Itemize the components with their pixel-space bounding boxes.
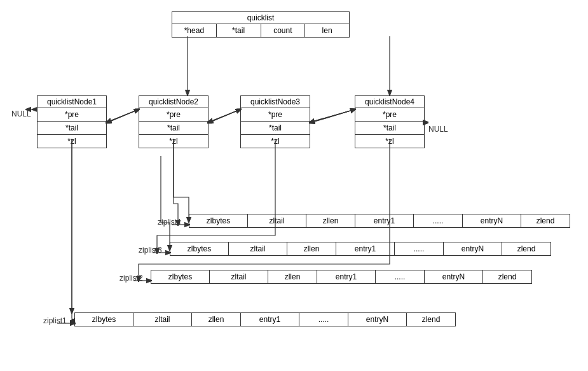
node2-pre: *pre xyxy=(139,108,208,121)
null-right: NULL xyxy=(428,125,448,134)
ziplist1-label: ziplist1 xyxy=(43,316,67,325)
node2-tail: *tail xyxy=(139,121,208,134)
zl3-dots: ..... xyxy=(395,242,444,255)
node3-box: quicklistNode3 *pre *tail *zl xyxy=(240,95,310,148)
zl2-entry1: entry1 xyxy=(317,270,376,283)
quicklist-box: quicklist *head *tail count len xyxy=(172,11,350,38)
ziplist4-box: zlbytes zltail zllen entry1 ..... entryN… xyxy=(189,214,570,228)
zl4-entry1: entry1 xyxy=(355,214,414,227)
zl2-zlend: zlend xyxy=(483,270,531,283)
zl4-zllen: zllen xyxy=(306,214,355,227)
svg-line-5 xyxy=(107,109,139,123)
zl3-entry1: entry1 xyxy=(336,242,395,255)
diagram: quicklist *head *tail count len quicklis… xyxy=(0,0,588,371)
quicklist-title: quicklist xyxy=(172,12,349,24)
svg-line-4 xyxy=(107,109,139,123)
node1-tail: *tail xyxy=(38,121,106,134)
svg-line-21 xyxy=(310,109,355,122)
quicklist-field-count: count xyxy=(261,24,306,37)
zl1-zllen: zllen xyxy=(192,313,241,326)
node1-pre: *pre xyxy=(38,108,106,121)
node3-label: quicklistNode3 xyxy=(241,96,310,108)
ziplist3-label: ziplist3 xyxy=(139,246,162,255)
zl3-entryN: entryN xyxy=(444,242,502,255)
zl3-zltail: zltail xyxy=(229,242,287,255)
quicklist-field-len: len xyxy=(305,24,349,37)
node1-zl: *zl xyxy=(38,134,106,148)
ziplist2-label: ziplist2 xyxy=(120,274,143,283)
zl2-zlbytes: zlbytes xyxy=(151,270,210,283)
zl1-entryN: entryN xyxy=(348,313,407,326)
node4-pre: *pre xyxy=(355,108,424,121)
node3-tail: *tail xyxy=(241,121,310,134)
quicklist-field-tail: *tail xyxy=(217,24,261,37)
svg-line-17 xyxy=(107,109,139,122)
ziplist2-box: zlbytes zltail zllen entry1 ..... entryN… xyxy=(151,270,532,284)
svg-line-8 xyxy=(310,109,355,123)
zl3-zlend: zlend xyxy=(502,242,550,255)
svg-line-7 xyxy=(209,109,240,123)
svg-line-16 xyxy=(107,109,139,122)
node2-label: quicklistNode2 xyxy=(139,96,208,108)
svg-line-19 xyxy=(209,109,240,122)
zl4-zlbytes: zlbytes xyxy=(189,214,248,227)
zl3-zlbytes: zlbytes xyxy=(170,242,229,255)
ziplist4-label: ziplist4 xyxy=(158,218,181,227)
node4-zl: *zl xyxy=(355,134,424,148)
node4-label: quicklistNode4 xyxy=(355,96,424,108)
ziplist3-box: zlbytes zltail zllen entry1 ..... entryN… xyxy=(170,242,551,256)
quicklist-field-head: *head xyxy=(172,24,217,37)
node3-pre: *pre xyxy=(241,108,310,121)
zl1-zlend: zlend xyxy=(407,313,455,326)
node2-zl: *zl xyxy=(139,134,208,148)
zl2-entryN: entryN xyxy=(425,270,483,283)
zl2-zltail: zltail xyxy=(210,270,268,283)
zl4-zltail: zltail xyxy=(248,214,306,227)
node4-box: quicklistNode4 *pre *tail *zl xyxy=(355,95,425,148)
svg-line-20 xyxy=(310,109,355,122)
zl4-dots: ..... xyxy=(414,214,463,227)
svg-line-9 xyxy=(310,109,355,123)
node4-tail: *tail xyxy=(355,121,424,134)
node1-box: quicklistNode1 *pre *tail *zl xyxy=(37,95,107,148)
zl4-zlend: zlend xyxy=(521,214,570,227)
zl1-zltail: zltail xyxy=(133,313,192,326)
node3-zl: *zl xyxy=(241,134,310,148)
zl1-entry1: entry1 xyxy=(241,313,299,326)
zl1-dots: ..... xyxy=(299,313,348,326)
svg-line-18 xyxy=(209,109,240,122)
node2-box: quicklistNode2 *pre *tail *zl xyxy=(139,95,209,148)
zl4-entryN: entryN xyxy=(463,214,521,227)
zl2-dots: ..... xyxy=(376,270,425,283)
svg-line-6 xyxy=(209,109,240,123)
null-left: NULL xyxy=(11,109,31,118)
zl1-zlbytes: zlbytes xyxy=(75,313,133,326)
ziplist1-box: zlbytes zltail zllen entry1 ..... entryN… xyxy=(74,312,456,326)
node1-label: quicklistNode1 xyxy=(38,96,106,108)
zl2-zllen: zllen xyxy=(268,270,317,283)
zl3-zllen: zllen xyxy=(287,242,336,255)
